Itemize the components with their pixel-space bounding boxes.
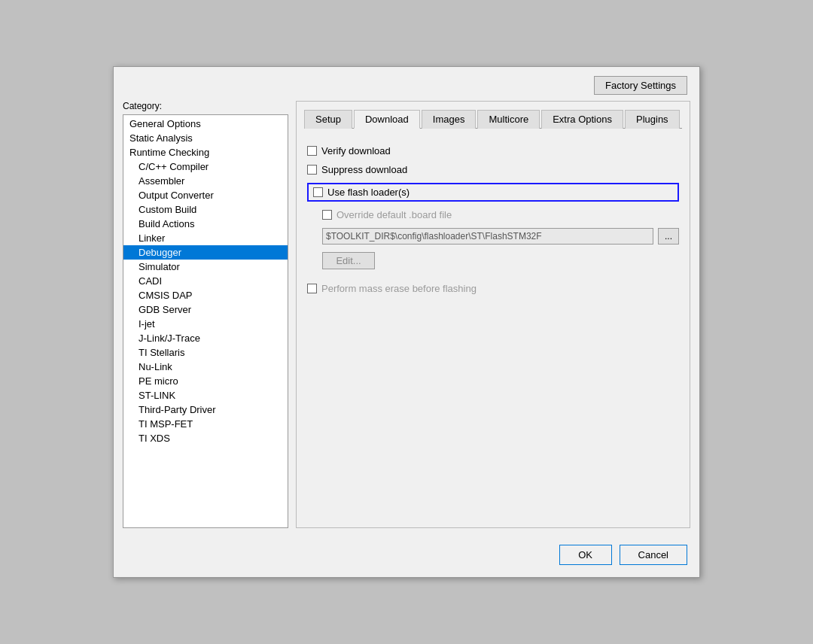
dialog-body: Category: General OptionsStatic Analysis… xyxy=(114,101,699,537)
cancel-button[interactable]: Cancel xyxy=(620,545,687,565)
sidebar-item-cmsis-dap[interactable]: CMSIS DAP xyxy=(123,288,288,302)
edit-button[interactable]: Edit... xyxy=(322,252,375,269)
verify-download-checkbox[interactable] xyxy=(307,146,317,156)
verify-download-label: Verify download xyxy=(321,145,391,156)
use-flash-loaders-checkbox[interactable] xyxy=(313,187,323,197)
sidebar-item-debugger[interactable]: Debugger xyxy=(123,245,288,260)
sidebar-item-output-converter[interactable]: Output Converter xyxy=(123,188,288,202)
sidebar-item-ti-xds[interactable]: TI XDS xyxy=(123,431,288,445)
sidebar-item-build-actions[interactable]: Build Actions xyxy=(123,217,288,231)
override-board-row: Override default .board file xyxy=(322,209,679,220)
path-row: ... xyxy=(322,228,679,245)
sidebar-item-general-options[interactable]: General Options xyxy=(123,117,288,131)
sidebar-item-pe-micro[interactable]: PE micro xyxy=(123,374,288,388)
mass-erase-row: Perform mass erase before flashing xyxy=(307,283,679,294)
sidebar-item-simulator[interactable]: Simulator xyxy=(123,260,288,274)
tab-images[interactable]: Images xyxy=(422,110,477,129)
sidebar-item-ti-stellaris[interactable]: TI Stellaris xyxy=(123,345,288,360)
category-label: Category: xyxy=(123,101,288,111)
tab-extra-options[interactable]: Extra Options xyxy=(541,110,623,129)
mass-erase-checkbox[interactable] xyxy=(307,284,317,293)
sidebar-item-static-analysis[interactable]: Static Analysis xyxy=(123,131,288,145)
sidebar-item-linker[interactable]: Linker xyxy=(123,231,288,245)
tab-multicore[interactable]: Multicore xyxy=(477,110,540,129)
main-dialog: Factory Settings Category: General Optio… xyxy=(113,66,700,578)
sidebar-item-jlink-jtrace[interactable]: J-Link/J-Trace xyxy=(123,331,288,345)
sidebar-list: General OptionsStatic AnalysisRuntime Ch… xyxy=(123,114,288,528)
sidebar-item-gdb-server[interactable]: GDB Server xyxy=(123,302,288,317)
sidebar-item-custom-build[interactable]: Custom Build xyxy=(123,202,288,217)
dialog-footer: OK Cancel xyxy=(114,537,699,577)
sidebar-item-runtime-checking[interactable]: Runtime Checking xyxy=(123,145,288,159)
override-board-checkbox[interactable] xyxy=(322,210,332,220)
mass-erase-label: Perform mass erase before flashing xyxy=(321,283,477,294)
sidebar-item-ti-msp-fet[interactable]: TI MSP-FET xyxy=(123,417,288,431)
suppress-download-row: Suppress download xyxy=(307,164,679,175)
tab-plugins[interactable]: Plugins xyxy=(625,110,680,129)
tab-download[interactable]: Download xyxy=(354,110,420,129)
override-board-label: Override default .board file xyxy=(336,209,452,220)
verify-download-row: Verify download xyxy=(307,145,679,156)
main-panel: SetupDownloadImagesMulticoreExtra Option… xyxy=(296,101,690,528)
sidebar-item-nu-link[interactable]: Nu-Link xyxy=(123,360,288,374)
suppress-download-label: Suppress download xyxy=(321,164,407,175)
sidebar-item-cpp-compiler[interactable]: C/C++ Compiler xyxy=(123,159,288,174)
flashloader-path-input[interactable] xyxy=(322,228,653,245)
tabs-container: SetupDownloadImagesMulticoreExtra Option… xyxy=(304,109,682,129)
sidebar-item-i-jet[interactable]: I-jet xyxy=(123,317,288,331)
suppress-download-checkbox[interactable] xyxy=(307,165,317,175)
sidebar: Category: General OptionsStatic Analysis… xyxy=(123,101,288,528)
use-flash-loaders-label: Use flash loader(s) xyxy=(327,187,410,198)
sidebar-item-st-link[interactable]: ST-LINK xyxy=(123,388,288,402)
browse-button[interactable]: ... xyxy=(658,228,679,245)
sidebar-item-cadi[interactable]: CADI xyxy=(123,274,288,288)
content-area: Verify download Suppress download Use fl… xyxy=(304,139,682,300)
use-flash-loaders-row: Use flash loader(s) xyxy=(307,183,679,202)
ok-button[interactable]: OK xyxy=(559,545,612,565)
tab-setup[interactable]: Setup xyxy=(304,110,352,129)
sidebar-item-assembler[interactable]: Assembler xyxy=(123,174,288,188)
dialog-header: Factory Settings xyxy=(114,67,699,101)
sidebar-item-third-party-driver[interactable]: Third-Party Driver xyxy=(123,402,288,417)
factory-settings-button[interactable]: Factory Settings xyxy=(594,76,687,95)
